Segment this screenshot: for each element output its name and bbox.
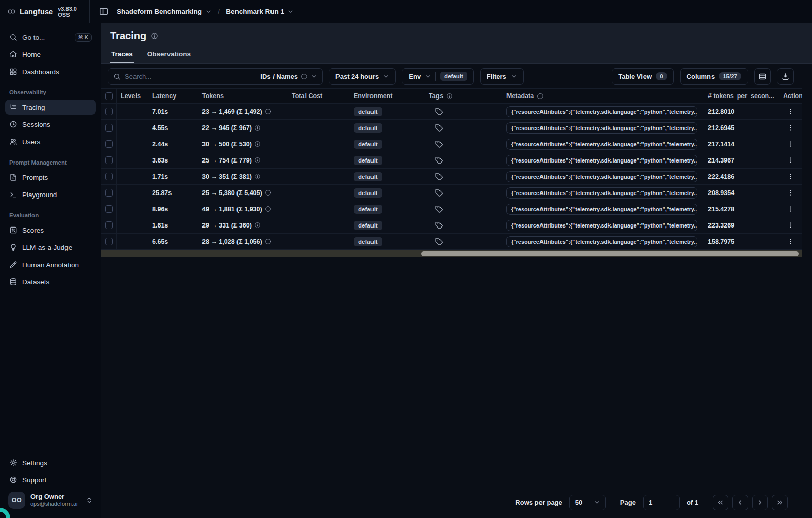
filters-button[interactable]: Filters [480,68,524,85]
time-range-button[interactable]: Past 24 hours [329,68,396,85]
metadata-pill[interactable]: {"resourceAttributes":{"telemetry.sdk.la… [506,139,697,150]
sidebar-item-llm-as-a-judge[interactable]: LLM-as-a-Judge [5,240,96,255]
sidebar-item-sessions[interactable]: Sessions [5,117,96,132]
kebab-menu-icon[interactable] [785,236,796,247]
horizontal-scrollbar-thumb[interactable] [421,251,799,256]
goto-search-button[interactable]: Go to... ⌘ K [5,29,96,45]
table-row[interactable]: 4.55s 22 → 945 (Σ 967) default {"resourc… [101,120,802,136]
info-icon[interactable] [537,93,544,100]
sidebar-item-human-annotation[interactable]: Human Annotation [5,257,96,272]
info-icon[interactable] [254,124,261,131]
metadata-pill[interactable]: {"resourceAttributes":{"telemetry.sdk.la… [506,204,697,215]
table-row[interactable]: 3.63s 25 → 754 (Σ 779) default {"resourc… [101,152,802,169]
search-mode-select[interactable]: IDs / Names [260,73,317,80]
row-height-button[interactable] [754,68,771,85]
metadata-pill[interactable]: {"resourceAttributes":{"telemetry.sdk.la… [506,236,697,247]
tag-icon[interactable] [435,108,443,116]
tag-icon[interactable] [435,140,443,148]
columns-button[interactable]: Columns 15/27 [680,68,748,85]
export-button[interactable] [777,68,794,85]
tags-cell [425,189,502,197]
tab-observations[interactable]: Observations [146,50,192,63]
horizontal-scrollbar-track[interactable] [101,250,802,257]
kebab-menu-icon[interactable] [785,122,796,134]
kebab-menu-icon[interactable] [785,219,796,231]
sidebar-item-support[interactable]: Support [5,472,96,488]
search-input[interactable] [125,73,256,80]
row-checkbox[interactable] [105,173,113,180]
previous-page-button[interactable] [732,495,748,510]
row-checkbox[interactable] [105,108,113,115]
first-page-button[interactable] [713,495,728,510]
info-icon[interactable] [265,108,272,115]
kebab-menu-icon[interactable] [785,154,796,166]
table-row[interactable]: 1.71s 30 → 351 (Σ 381) default {"resourc… [101,169,802,185]
info-icon[interactable] [254,222,261,229]
table-view-button[interactable]: Table View 0 [612,68,673,85]
table-row[interactable]: 6.65s 28 → 1,028 (Σ 1,056) default {"res… [101,234,802,250]
row-checkbox[interactable] [105,221,113,229]
info-icon[interactable] [265,238,272,245]
last-page-button[interactable] [772,495,788,510]
tag-icon[interactable] [435,156,443,165]
tag-icon[interactable] [435,238,443,246]
sidebar-item-tracing[interactable]: Tracing [5,100,96,115]
sidebar-item-datasets[interactable]: Datasets [5,274,96,289]
env-filter-button[interactable]: Env default [402,68,474,85]
row-checkbox[interactable] [105,140,113,148]
page-number-input[interactable] [643,495,680,510]
kebab-menu-icon[interactable] [785,138,796,150]
tag-icon[interactable] [435,189,443,197]
table-row[interactable]: 25.87s 25 → 5,380 (Σ 5,405) default {"re… [101,185,802,201]
rows-per-page-select[interactable]: 50 [569,495,606,510]
breadcrumb-org[interactable]: Shadeform Benchmarking [117,8,212,15]
row-checkbox[interactable] [105,189,113,197]
info-icon[interactable] [151,32,158,40]
info-icon[interactable] [265,189,272,196]
tag-icon[interactable] [435,124,443,132]
row-checkbox[interactable] [105,238,113,245]
sidebar-item-scores[interactable]: Scores [5,222,96,238]
metadata-pill[interactable]: {"resourceAttributes":{"telemetry.sdk.la… [506,187,697,199]
chevron-down-icon [425,73,431,80]
info-icon[interactable] [254,141,261,147]
table-row[interactable]: 1.61s 29 → 331 (Σ 360) default {"resourc… [101,217,802,234]
info-icon[interactable] [254,173,261,180]
metadata-pill[interactable]: {"resourceAttributes":{"telemetry.sdk.la… [506,106,697,117]
sidebar-item-home[interactable]: Home [5,47,96,62]
sidebar-item-settings[interactable]: Settings [5,455,96,470]
row-checkbox[interactable] [105,205,113,213]
tag-icon[interactable] [435,173,443,181]
metadata-pill[interactable]: {"resourceAttributes":{"telemetry.sdk.la… [506,155,697,166]
kebab-menu-icon[interactable] [785,187,796,199]
info-icon[interactable] [446,93,453,100]
row-checkbox[interactable] [105,124,113,132]
kebab-menu-icon[interactable] [785,171,796,182]
row-checkbox[interactable] [105,156,113,164]
brand[interactable]: Langfuse v3.83.0 OSS [0,0,90,23]
kebab-menu-icon[interactable] [785,106,796,117]
metadata-cell: {"resourceAttributes":{"telemetry.sdk.la… [502,187,704,199]
kebab-menu-icon[interactable] [785,203,796,215]
sidebar-item-playground[interactable]: Playground [5,187,96,202]
tab-traces[interactable]: Traces [110,50,134,63]
sidebar-item-dashboards[interactable]: Dashboards [5,64,96,79]
sidebar-item-prompts[interactable]: Prompts [5,170,96,185]
breadcrumb-project[interactable]: Benchmark Run 1 [226,8,294,15]
table-row[interactable]: 7.01s 23 → 1,469 (Σ 1,492) default {"res… [101,104,802,120]
metadata-pill[interactable]: {"resourceAttributes":{"telemetry.sdk.la… [506,220,697,231]
info-icon[interactable] [265,206,272,212]
table-row[interactable]: 2.44s 30 → 500 (Σ 530) default {"resourc… [101,136,802,152]
divider [435,72,436,81]
sidebar-toggle-button[interactable] [97,5,111,18]
sidebar-item-users[interactable]: Users [5,134,96,149]
tag-icon[interactable] [435,221,443,230]
metadata-pill[interactable]: {"resourceAttributes":{"telemetry.sdk.la… [506,122,697,134]
table-row[interactable]: 8.96s 49 → 1,881 (Σ 1,930) default {"res… [101,201,802,217]
select-all-checkbox[interactable] [105,92,113,100]
tag-icon[interactable] [435,205,443,213]
user-menu[interactable]: OO Org Owner ops@shadeform.ai [5,489,96,512]
metadata-pill[interactable]: {"resourceAttributes":{"telemetry.sdk.la… [506,171,697,182]
next-page-button[interactable] [752,495,768,510]
info-icon[interactable] [254,157,261,164]
